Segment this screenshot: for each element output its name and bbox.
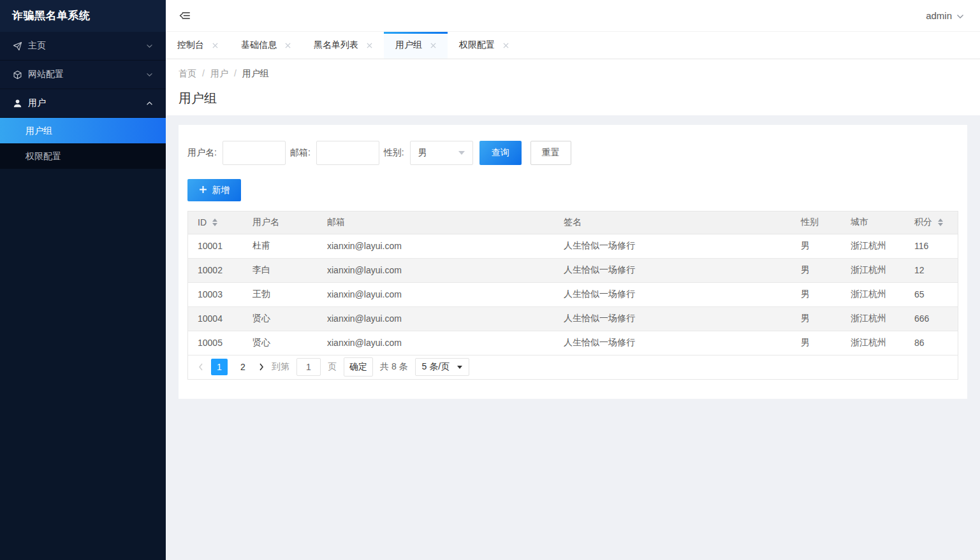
close-icon[interactable] — [367, 43, 372, 48]
confirm-button[interactable]: 确定 — [344, 357, 373, 377]
page-button-2[interactable]: 2 — [235, 359, 251, 375]
close-icon[interactable] — [503, 43, 509, 48]
table-cell: 浙江杭州 — [841, 306, 905, 331]
user-dropdown[interactable]: admin — [926, 10, 964, 21]
tab-label: 黑名单列表 — [314, 39, 358, 51]
plus-icon — [199, 185, 207, 196]
table-cell: 男 — [791, 306, 841, 331]
table-row: 10005贤心xianxin@layui.com人生恰似一场修行男浙江杭州86 — [188, 331, 958, 355]
close-icon[interactable] — [285, 43, 291, 48]
sidebar-item-user-group[interactable]: 用户组 — [0, 118, 166, 143]
table-cell: 666 — [905, 306, 958, 331]
app-title: 诈骗黑名单系统 — [0, 0, 166, 32]
select-arrow-icon — [458, 151, 465, 155]
username-input[interactable] — [223, 141, 286, 165]
collapse-sidebar-icon[interactable] — [179, 10, 191, 21]
sidebar-submenu-user: 用户组 权限配置 — [0, 118, 166, 169]
reset-button[interactable]: 重置 — [530, 141, 571, 165]
sidebar-item-label: 用户 — [28, 97, 46, 109]
tab-blacklist[interactable]: 黑名单列表 — [302, 32, 384, 59]
close-icon[interactable] — [212, 43, 218, 48]
email-input[interactable] — [316, 141, 379, 165]
table-row: 10002李白xianxin@layui.com人生恰似一场修行男浙江杭州12 — [188, 258, 958, 282]
component-icon — [13, 70, 22, 80]
breadcrumb-separator: / — [234, 68, 237, 78]
table-cell: 李白 — [243, 258, 318, 282]
table-cell: 贤心 — [243, 331, 318, 355]
total-count-label: 共 8 条 — [380, 361, 408, 373]
table-row: 10001杜甫xianxin@layui.com人生恰似一场修行男浙江杭州116 — [188, 234, 958, 258]
table-body: 10001杜甫xianxin@layui.com人生恰似一场修行男浙江杭州116… — [188, 234, 958, 355]
column-header-score[interactable]: 积分 — [905, 212, 958, 234]
chevron-down-icon — [146, 44, 153, 48]
table-header-row: ID 用户名 邮箱 签名 性别 城市 积分 — [188, 212, 958, 234]
sidebar-item-site-config[interactable]: 网站配置 — [0, 61, 166, 89]
sidebar-item-home[interactable]: 主页 — [0, 32, 166, 61]
column-label: 积分 — [914, 217, 932, 228]
sidebar: 诈骗黑名单系统 主页 网站配置 — [0, 0, 166, 560]
page-unit-label: 页 — [328, 361, 337, 373]
tab-label: 基础信息 — [241, 39, 277, 51]
table-cell: 男 — [791, 282, 841, 306]
tab-basic-info[interactable]: 基础信息 — [230, 32, 302, 59]
page-button-1[interactable]: 1 — [211, 359, 228, 375]
table-row: 10004贤心xianxin@layui.com人生恰似一场修行男浙江杭州666 — [188, 306, 958, 331]
app-root: 诈骗黑名单系统 主页 网站配置 — [0, 0, 980, 560]
gender-select[interactable]: 男 — [410, 141, 473, 165]
sort-caret-icon[interactable] — [212, 219, 217, 226]
column-header-city: 城市 — [841, 212, 905, 234]
table-cell: 浙江杭州 — [841, 258, 905, 282]
send-icon — [13, 41, 22, 51]
breadcrumb-home[interactable]: 首页 — [179, 68, 196, 78]
search-button[interactable]: 查询 — [479, 141, 522, 165]
breadcrumb-user[interactable]: 用户 — [210, 68, 228, 78]
table-cell: 10004 — [188, 306, 243, 331]
sidebar-item-user[interactable]: 用户 — [0, 89, 166, 118]
table-cell: xianxin@layui.com — [318, 306, 554, 331]
table-cell: 王勃 — [243, 282, 318, 306]
main-area: admin 控制台 基础信息 黑名单列表 用户组 — [166, 0, 980, 560]
goto-label: 到第 — [272, 361, 289, 373]
table-cell: xianxin@layui.com — [318, 331, 554, 355]
table-cell: 杜甫 — [243, 234, 318, 258]
table-cell: 男 — [791, 258, 841, 282]
table-cell: 86 — [905, 331, 958, 355]
select-arrow-icon — [457, 366, 462, 369]
tab-user-group[interactable]: 用户组 — [384, 32, 448, 59]
table-cell: 10002 — [188, 258, 243, 282]
page-size-select[interactable]: 5 条/页 — [415, 358, 470, 376]
data-table: ID 用户名 邮箱 签名 性别 城市 积分 — [187, 211, 958, 380]
column-header-email: 邮箱 — [318, 212, 554, 234]
chevron-up-icon — [146, 101, 153, 106]
tab-console[interactable]: 控制台 — [166, 32, 230, 59]
table-cell: 65 — [905, 282, 958, 306]
table-cell: xianxin@layui.com — [318, 258, 554, 282]
goto-page-input[interactable] — [296, 358, 321, 376]
gender-label: 性别: — [384, 147, 404, 159]
tabbar: 控制台 基础信息 黑名单列表 用户组 权限配置 — [166, 32, 980, 59]
breadcrumb-current: 用户组 — [242, 68, 269, 78]
table-cell: 人生恰似一场修行 — [554, 234, 791, 258]
tab-label: 用户组 — [395, 39, 422, 51]
sidebar-item-permission-config[interactable]: 权限配置 — [0, 143, 166, 169]
add-button-label: 新增 — [212, 185, 230, 196]
table-cell: 浙江杭州 — [841, 331, 905, 355]
column-header-id[interactable]: ID — [188, 212, 243, 234]
filter-form: 用户名: 邮箱: 性别: 男 查询 重置 — [187, 141, 958, 165]
column-header-username: 用户名 — [243, 212, 318, 234]
page-size-value: 5 条/页 — [422, 361, 450, 373]
sidebar-item-label: 主页 — [28, 40, 46, 52]
table-cell: 人生恰似一场修行 — [554, 331, 791, 355]
pagination: 1 2 到第 页 确定 共 8 条 5 条/页 — [188, 355, 958, 379]
next-page-icon[interactable] — [258, 363, 265, 371]
prev-page-icon[interactable] — [198, 363, 204, 371]
add-button[interactable]: 新增 — [187, 179, 241, 201]
sort-caret-icon[interactable] — [938, 219, 943, 226]
tab-permission-config[interactable]: 权限配置 — [448, 32, 520, 59]
close-icon[interactable] — [430, 43, 436, 48]
table-cell: xianxin@layui.com — [318, 282, 554, 306]
table-cell: 人生恰似一场修行 — [554, 306, 791, 331]
tab-label: 控制台 — [177, 39, 204, 51]
table-cell: 人生恰似一场修行 — [554, 282, 791, 306]
table-cell: 浙江杭州 — [841, 282, 905, 306]
